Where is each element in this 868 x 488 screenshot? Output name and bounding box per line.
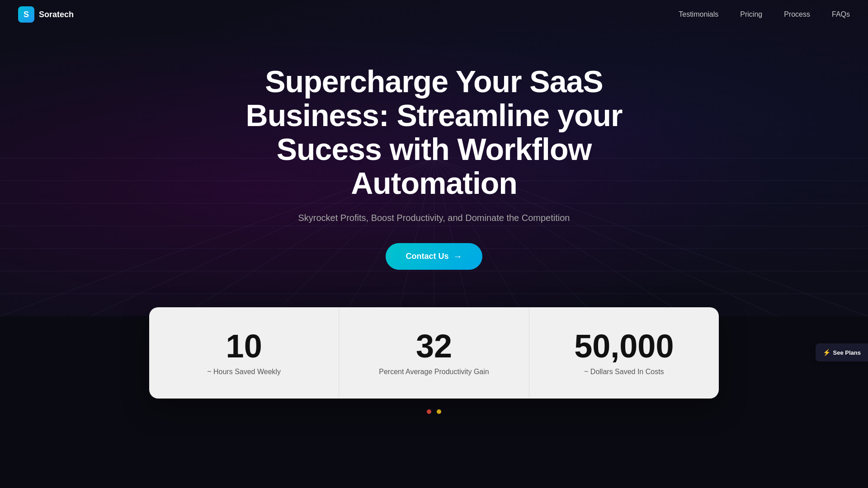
bottom-dots bbox=[0, 399, 868, 418]
logo-icon: S bbox=[18, 6, 34, 23]
see-plans-button[interactable]: ⚡ See Plans bbox=[816, 343, 868, 361]
arrow-icon: → bbox=[453, 251, 462, 262]
cta-label: Contact Us bbox=[406, 252, 448, 261]
dot-red bbox=[427, 409, 431, 414]
lightning-icon: ⚡ bbox=[823, 349, 830, 356]
stats-card: 10 ~ Hours Saved Weekly 32 Percent Avera… bbox=[149, 307, 719, 399]
hero-section: Supercharge Your SaaS Business: Streamli… bbox=[0, 0, 868, 316]
contact-us-button[interactable]: Contact Us → bbox=[386, 243, 482, 270]
logo-text: Soratech bbox=[39, 10, 74, 19]
stat-number-dollars: 50,000 bbox=[547, 330, 701, 362]
stat-dollars-saved: 50,000 ~ Dollars Saved In Costs bbox=[529, 307, 719, 399]
nav-pricing[interactable]: Pricing bbox=[740, 10, 762, 18]
stat-productivity: 32 Percent Average Productivity Gain bbox=[339, 307, 529, 399]
hero-content: Supercharge Your SaaS Business: Streamli… bbox=[231, 65, 637, 269]
dot-yellow bbox=[437, 409, 441, 414]
stat-label-hours: ~ Hours Saved Weekly bbox=[167, 368, 321, 376]
nav-testimonials[interactable]: Testimonials bbox=[679, 10, 718, 18]
nav-links: Testimonials Pricing Process FAQs bbox=[679, 10, 850, 19]
see-plans-label: See Plans bbox=[833, 349, 861, 356]
stats-section: 10 ~ Hours Saved Weekly 32 Percent Avera… bbox=[0, 307, 868, 399]
hero-title: Supercharge Your SaaS Business: Streamli… bbox=[231, 65, 637, 200]
logo-area[interactable]: S Soratech bbox=[18, 6, 74, 23]
stat-hours-saved: 10 ~ Hours Saved Weekly bbox=[149, 307, 339, 399]
nav-faqs[interactable]: FAQs bbox=[832, 10, 850, 18]
nav-process[interactable]: Process bbox=[784, 10, 810, 18]
stat-label-productivity: Percent Average Productivity Gain bbox=[357, 368, 510, 376]
hero-subtitle: Skyrocket Profits, Boost Productivity, a… bbox=[231, 213, 637, 223]
navbar: S Soratech Testimonials Pricing Process … bbox=[0, 0, 868, 29]
stat-label-dollars: ~ Dollars Saved In Costs bbox=[547, 368, 701, 376]
stat-number-hours: 10 bbox=[167, 330, 321, 362]
stat-number-productivity: 32 bbox=[357, 330, 510, 362]
